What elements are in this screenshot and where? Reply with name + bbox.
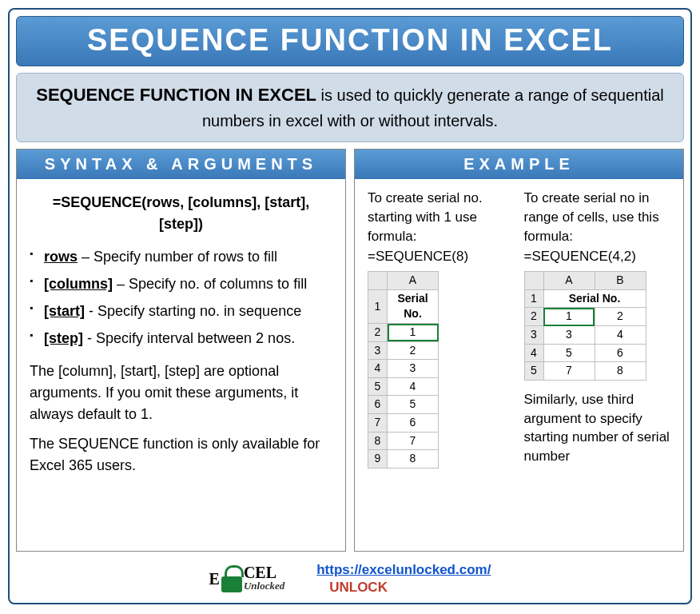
logo-text-e: E [209,572,220,586]
example-2-note: Similarly, use third argument to specify… [524,390,671,466]
table-cell: 7 [388,432,439,450]
table-cell: 3 [388,360,439,378]
arg-columns: [columns] – Specify no. of columns to fi… [30,273,332,295]
footer-url[interactable]: https://excelunlocked.com/ [316,562,491,577]
table-cell: 4 [388,377,439,396]
infographic-container: SEQUENCE FUNCTION IN EXCEL SEQUENCE FUNC… [8,8,692,604]
table-cell: 8 [388,450,439,468]
syntax-formula: =SEQUENCE(rows, [columns], [start], [ste… [30,192,332,235]
colhdr-B: B [595,272,646,290]
example-2: To create serial no in range of cells, u… [524,189,671,468]
arg-step: [step] - Specify interval between 2 nos. [30,328,332,349]
footer-unlock: UNLOCK [316,580,388,595]
footer: E CEL Unlocked https://excelunlocked.com… [16,558,684,596]
example-header: EXAMPLE [355,150,683,179]
intro-lead: SEQUENCE FUNCTION IN EXCEL [36,85,316,105]
example-2-intro: To create serial no in range of cells, u… [524,189,671,245]
title-banner: SEQUENCE FUNCTION IN EXCEL [16,16,684,66]
syntax-header: SYNTAX & ARGUMENTS [17,150,345,179]
example-1-intro: To create serial no. starting with 1 use… [368,189,515,245]
columns: SYNTAX & ARGUMENTS =SEQUENCE(rows, [colu… [16,149,684,552]
logo-text-cel: CEL [244,565,284,580]
footer-links: https://excelunlocked.com/ UNLOCK [316,561,491,596]
example-2-sheet: AB 1Serial No. 212 334 456 578 [524,271,646,381]
table-cell: 4 [595,326,646,345]
page-title: SEQUENCE FUNCTION IN EXCEL [87,23,613,57]
colhdr-A: A [388,272,439,290]
example-1: To create serial no. starting with 1 use… [368,189,515,468]
logo-subtext: Unlocked [244,580,284,592]
colhdr-A: A [543,272,595,290]
example-panel: EXAMPLE To create serial no. starting wi… [354,149,684,552]
arg-rows: rows – Specify number of rows to fill [30,246,332,268]
table-cell: 3 [543,326,595,345]
table-cell: 8 [595,362,646,381]
syntax-note-365: The SEQUENCE function is only available … [30,433,332,476]
example-2-formula: =SEQUENCE(4,2) [524,247,671,266]
table-cell: 5 [388,396,439,414]
example-1-sheet: A 1Serial No. 21 32 43 54 65 76 87 98 [368,271,439,468]
example-body: To create serial no. starting with 1 use… [355,179,683,551]
table-cell: 1 [388,324,439,342]
example-1-formula: =SEQUENCE(8) [368,247,515,266]
sheet-header: Serial No. [388,289,439,323]
arg-start: [start] - Specify starting no. in sequen… [30,301,332,322]
logo: E CEL Unlocked [209,565,285,592]
table-cell: 7 [543,362,595,381]
sheet-header: Serial No. [543,289,646,308]
table-cell: 1 [543,308,595,326]
syntax-panel: SYNTAX & ARGUMENTS =SEQUENCE(rows, [colu… [16,149,346,552]
syntax-note-optional: The [column], [start], [step] are option… [30,361,332,425]
table-cell: 2 [388,341,439,360]
lock-icon [220,565,244,592]
table-cell: 2 [595,308,646,326]
table-cell: 6 [388,414,439,433]
intro-bar: SEQUENCE FUNCTION IN EXCEL is used to qu… [16,73,684,142]
syntax-body: =SEQUENCE(rows, [columns], [start], [ste… [17,179,345,551]
argument-list: rows – Specify number of rows to fill [c… [30,246,332,349]
table-cell: 5 [543,344,595,362]
table-cell: 6 [595,344,646,362]
